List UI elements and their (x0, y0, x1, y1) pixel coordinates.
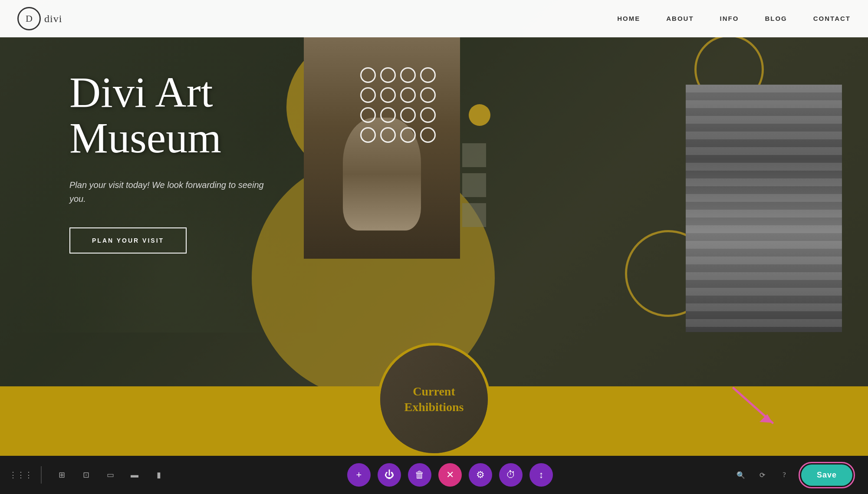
nav-info[interactable]: INFO (720, 15, 739, 22)
dot-13 (360, 127, 376, 143)
toolbar-settings-button[interactable]: ⚙ (469, 463, 492, 487)
dot-14 (380, 127, 396, 143)
hero-title: Divi Art Museum (69, 69, 347, 161)
svg-marker-1 (760, 414, 773, 423)
dot-8 (420, 87, 436, 103)
logo-icon: D (17, 7, 41, 30)
exhibitions-circle[interactable]: Current Exhibitions (378, 343, 490, 456)
toolbar-search-icon[interactable]: ⊡ (78, 467, 94, 483)
gray-sq-2 (462, 173, 486, 197)
exhibitions-line2: Exhibitions (404, 400, 464, 414)
toolbar-divider-1 (41, 466, 42, 484)
toolbar-delete-button[interactable]: 🗑 (408, 463, 431, 487)
toolbar-desktop-icon[interactable]: ▭ (102, 467, 118, 483)
save-button-wrapper: Save (799, 462, 855, 488)
dot-10 (380, 107, 396, 123)
toolbar-close-button[interactable]: ✕ (438, 463, 462, 487)
exhibitions-line1: Current (413, 385, 455, 398)
toolbar-tablet-icon[interactable]: ▬ (127, 467, 142, 483)
hero-photo-grayscale (686, 85, 842, 332)
gold-dot-small (469, 104, 490, 126)
hero-subtitle: Plan your visit today! We look forwardin… (69, 178, 278, 206)
dot-9 (360, 107, 376, 123)
toolbar-add-button[interactable]: + (347, 463, 371, 487)
gray-sq-1 (462, 143, 486, 167)
toolbar-power-button[interactable]: ⏻ (378, 463, 401, 487)
toolbar-right: 🔍 ⟳ ? Save (733, 462, 868, 488)
nav-about[interactable]: ABOUT (666, 15, 694, 22)
bottom-toolbar: ⋮⋮⋮ ⊞ ⊡ ▭ ▬ ▮ + ⏻ 🗑 ✕ ⚙ ⏱ ↕ 🔍 ⟳ ? Save (0, 456, 868, 494)
arrow-svg (729, 384, 781, 436)
dot-7 (400, 87, 416, 103)
toolbar-help-icon[interactable]: ? (777, 468, 792, 482)
toolbar-search-right-icon[interactable]: 🔍 (733, 468, 748, 482)
save-button[interactable]: Save (801, 464, 852, 486)
nav-links: HOME ABOUT INFO BLOG CONTACT (617, 15, 851, 23)
toolbar-history-button[interactable]: ⏱ (499, 463, 523, 487)
logo-text: divi (44, 13, 62, 25)
navbar: D divi HOME ABOUT INFO BLOG CONTACT (0, 0, 868, 37)
gray-squares-decoration (462, 143, 486, 227)
logo[interactable]: D divi (17, 7, 62, 30)
plan-visit-button[interactable]: PLAN YOUR VISIT (69, 227, 187, 254)
gray-sq-3 (462, 203, 486, 227)
toolbar-refresh-icon[interactable]: ⟳ (755, 468, 770, 482)
dot-11 (400, 107, 416, 123)
stripes-overlay (686, 85, 842, 332)
dot-1 (360, 67, 376, 83)
nav-home[interactable]: HOME (617, 15, 640, 22)
arrow-pointer (729, 384, 781, 438)
toolbar-center: + ⏻ 🗑 ✕ ⚙ ⏱ ↕ (167, 463, 733, 487)
nav-blog[interactable]: BLOG (765, 15, 787, 22)
toolbar-left: ⋮⋮⋮ ⊞ ⊡ ▭ ▬ ▮ (0, 466, 167, 484)
toolbar-layout-icon[interactable]: ⊞ (54, 467, 69, 483)
toolbar-menu-icon[interactable]: ⋮⋮⋮ (13, 467, 29, 483)
dots-grid-decoration (360, 67, 436, 143)
hero-content: Divi Art Museum Plan your visit today! W… (69, 69, 347, 254)
dot-6 (380, 87, 396, 103)
dot-2 (380, 67, 396, 83)
dot-4 (420, 67, 436, 83)
dot-15 (400, 127, 416, 143)
dot-16 (420, 127, 436, 143)
toolbar-move-button[interactable]: ↕ (529, 463, 553, 487)
toolbar-mobile-icon[interactable]: ▮ (151, 467, 167, 483)
exhibitions-label: Current Exhibitions (400, 379, 468, 420)
dot-12 (420, 107, 436, 123)
dot-5 (360, 87, 376, 103)
nav-contact[interactable]: CONTACT (813, 15, 851, 22)
dot-3 (400, 67, 416, 83)
